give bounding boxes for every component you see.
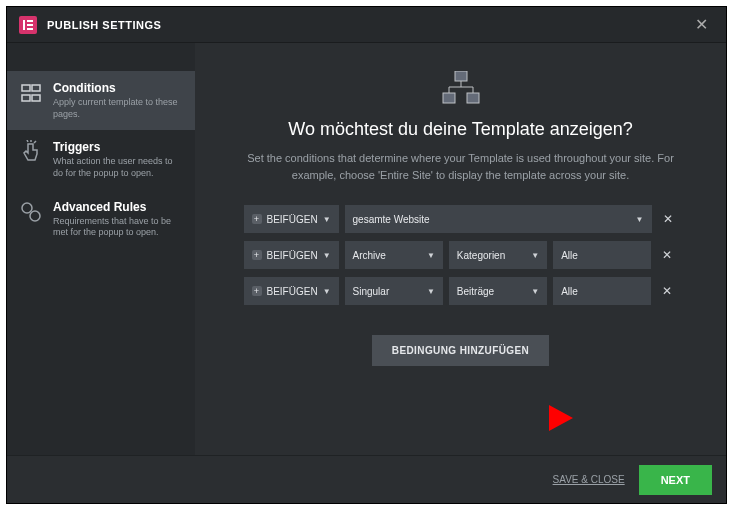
- svg-rect-3: [27, 28, 33, 30]
- chevron-down-icon: ▼: [427, 287, 435, 296]
- publish-settings-modal: PUBLISH SETTINGS ✕ Conditions Apply curr…: [6, 6, 727, 504]
- sidebar-item-desc: What action the user needs to do for the…: [53, 156, 183, 179]
- chevron-down-icon: ▼: [323, 251, 331, 260]
- chevron-down-icon: ▼: [427, 251, 435, 260]
- plus-icon: +: [252, 214, 262, 224]
- footer: SAVE & CLOSE NEXT: [7, 455, 726, 503]
- svg-rect-6: [22, 95, 30, 101]
- chevron-down-icon: ▼: [636, 215, 644, 224]
- modal-title: PUBLISH SETTINGS: [47, 19, 161, 31]
- svg-rect-4: [22, 85, 30, 91]
- modal-body: Conditions Apply current template to the…: [7, 43, 726, 455]
- next-button[interactable]: NEXT: [639, 465, 712, 495]
- condition-select[interactable]: gesamte Website ▼: [345, 205, 652, 233]
- sidebar-item-conditions[interactable]: Conditions Apply current template to the…: [7, 71, 195, 130]
- remove-condition-icon[interactable]: ✕: [657, 241, 677, 269]
- sidebar-item-title: Conditions: [53, 81, 183, 95]
- conditions-list: + BEIFÜGEN ▼ gesamte Website ▼ ✕ + BEIFÜ…: [244, 205, 678, 305]
- remove-condition-icon[interactable]: ✕: [657, 277, 677, 305]
- main-subtext: Set the conditions that determine where …: [246, 150, 676, 183]
- condition-row: + BEIFÜGEN ▼ Singular ▼ Beiträge ▼ Alle: [244, 277, 678, 305]
- sidebar-item-advanced-rules[interactable]: Advanced Rules Requirements that have to…: [7, 190, 195, 249]
- svg-rect-12: [467, 93, 479, 103]
- include-toggle[interactable]: + BEIFÜGEN ▼: [244, 277, 339, 305]
- condition-row: + BEIFÜGEN ▼ gesamte Website ▼ ✕: [244, 205, 678, 233]
- svg-point-8: [22, 203, 32, 213]
- annotation-arrow: [483, 393, 573, 447]
- condition-select[interactable]: Beiträge ▼: [449, 277, 547, 305]
- include-toggle[interactable]: + BEIFÜGEN ▼: [244, 205, 339, 233]
- conditions-icon: [19, 81, 43, 105]
- close-icon[interactable]: ✕: [689, 11, 714, 38]
- triggers-icon: [19, 140, 43, 164]
- sidebar-item-desc: Apply current template to these pages.: [53, 97, 183, 120]
- chevron-down-icon: ▼: [323, 215, 331, 224]
- condition-select[interactable]: Kategorien ▼: [449, 241, 547, 269]
- sidebar: Conditions Apply current template to the…: [7, 43, 195, 455]
- sidebar-item-desc: Requirements that have to be met for the…: [53, 216, 183, 239]
- titlebar: PUBLISH SETTINGS ✕: [7, 7, 726, 43]
- remove-condition-icon[interactable]: ✕: [658, 205, 678, 233]
- sidebar-item-title: Triggers: [53, 140, 183, 154]
- sidebar-item-title: Advanced Rules: [53, 200, 183, 214]
- sidebar-item-triggers[interactable]: Triggers What action the user needs to d…: [7, 130, 195, 189]
- svg-rect-1: [27, 20, 33, 22]
- svg-rect-5: [32, 85, 40, 91]
- svg-point-9: [30, 211, 40, 221]
- add-condition-button[interactable]: BEDINGUNG HINZUFÜGEN: [372, 335, 549, 366]
- plus-icon: +: [252, 250, 262, 260]
- elementor-logo: [19, 16, 37, 34]
- svg-rect-2: [27, 24, 33, 26]
- condition-row: + BEIFÜGEN ▼ Archive ▼ Kategorien ▼ Alle: [244, 241, 678, 269]
- main-heading: Wo möchtest du deine Template anzeigen?: [288, 119, 633, 140]
- condition-select[interactable]: Singular ▼: [345, 277, 443, 305]
- svg-rect-7: [32, 95, 40, 101]
- svg-rect-0: [23, 20, 25, 30]
- condition-select[interactable]: Alle: [553, 277, 651, 305]
- condition-select[interactable]: Alle: [553, 241, 651, 269]
- svg-rect-10: [455, 71, 467, 81]
- sitemap-icon: [441, 71, 481, 105]
- chevron-down-icon: ▼: [531, 287, 539, 296]
- condition-select[interactable]: Archive ▼: [345, 241, 443, 269]
- main-panel: Wo möchtest du deine Template anzeigen? …: [195, 43, 726, 455]
- chevron-down-icon: ▼: [323, 287, 331, 296]
- svg-rect-11: [443, 93, 455, 103]
- advanced-rules-icon: [19, 200, 43, 224]
- save-and-close-link[interactable]: SAVE & CLOSE: [553, 474, 625, 485]
- plus-icon: +: [252, 286, 262, 296]
- chevron-down-icon: ▼: [531, 251, 539, 260]
- include-toggle[interactable]: + BEIFÜGEN ▼: [244, 241, 339, 269]
